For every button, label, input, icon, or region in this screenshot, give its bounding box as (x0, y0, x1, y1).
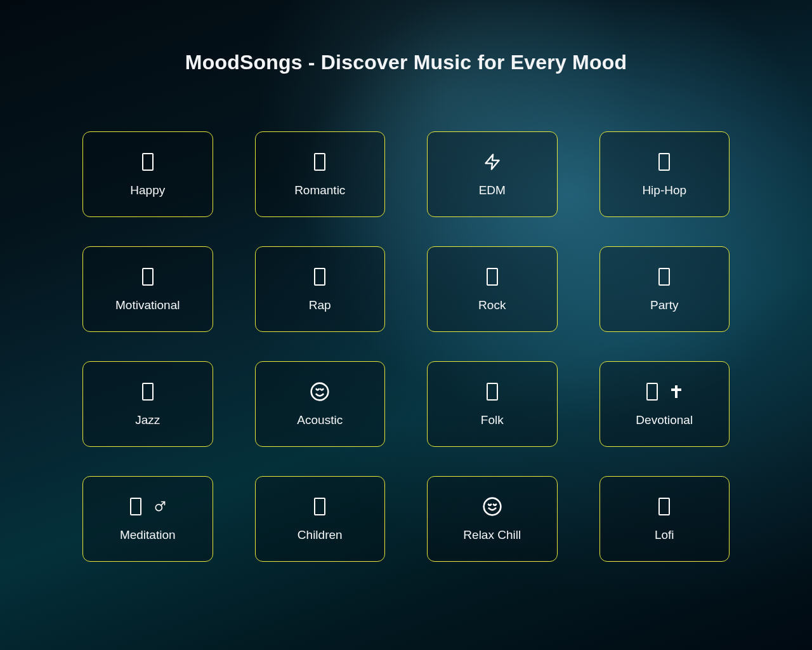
mood-card-devotional[interactable]: Devotional (599, 361, 730, 447)
mood-icon-row (138, 381, 158, 402)
glyph-icon (138, 381, 158, 402)
glyph-icon (654, 267, 674, 287)
glyph-icon (310, 152, 330, 172)
mood-icon-row (310, 152, 330, 172)
male-symbol-icon (150, 496, 170, 517)
glyph-icon (654, 496, 674, 517)
mood-label: EDM (479, 183, 506, 197)
mood-icon-row (654, 496, 674, 517)
mood-icon-row (654, 267, 674, 287)
mood-label: Rap (309, 298, 331, 312)
mood-card-children[interactable]: Children (255, 476, 386, 562)
mood-icon-row (310, 496, 330, 517)
mood-icon-row (138, 152, 158, 172)
svg-point-1 (311, 383, 329, 400)
mood-icon-row (310, 267, 330, 287)
glyph-icon (482, 381, 502, 402)
mood-label: Children (298, 528, 343, 542)
svg-marker-0 (485, 154, 499, 169)
svg-line-5 (160, 501, 164, 505)
glyph-icon (310, 267, 330, 287)
smile-icon (310, 381, 330, 402)
mood-card-happy[interactable]: Happy (82, 131, 213, 217)
mood-card-rock[interactable]: Rock (427, 246, 558, 332)
mood-icon-row (482, 152, 502, 172)
mood-card-edm[interactable]: EDM (427, 131, 558, 217)
mood-label: Folk (481, 413, 504, 427)
mood-label: Lofi (655, 528, 674, 542)
mood-card-folk[interactable]: Folk (427, 361, 558, 447)
glyph-icon (138, 267, 158, 287)
lightning-icon (482, 152, 502, 172)
mood-card-acoustic[interactable]: Acoustic (255, 361, 386, 447)
cross-icon (666, 381, 686, 402)
mood-label: Motivational (115, 298, 180, 312)
mood-label: Devotional (636, 413, 693, 427)
glyph-icon (138, 152, 158, 172)
mood-card-jazz[interactable]: Jazz (82, 361, 213, 447)
mood-icon-row (482, 381, 502, 402)
mood-icon-row (138, 267, 158, 287)
calm-smile-icon (482, 496, 502, 517)
glyph-icon (126, 496, 146, 517)
mood-label: Acoustic (297, 413, 343, 427)
mood-icon-row (642, 381, 686, 402)
mood-card-motivational[interactable]: Motivational (82, 246, 213, 332)
glyph-icon (642, 381, 662, 402)
mood-label: Happy (130, 183, 165, 197)
mood-label: Relax Chill (463, 528, 521, 542)
glyph-icon (310, 496, 330, 517)
mood-icon-row (310, 381, 330, 402)
mood-card-hip-hop[interactable]: Hip-Hop (599, 131, 730, 217)
page-title: MoodSongs - Discover Music for Every Moo… (0, 51, 812, 74)
mood-label: Meditation (120, 528, 176, 542)
glyph-icon (482, 267, 502, 287)
mood-grid: HappyRomanticEDMHip-HopMotivationalRapRo… (82, 131, 730, 562)
svg-rect-3 (671, 388, 681, 391)
mood-card-lofi[interactable]: Lofi (599, 476, 730, 562)
mood-label: Hip-Hop (642, 183, 686, 197)
glyph-icon (654, 152, 674, 172)
mood-icon-row (482, 496, 502, 517)
mood-card-romantic[interactable]: Romantic (255, 131, 386, 217)
mood-label: Rock (478, 298, 506, 312)
mood-card-party[interactable]: Party (599, 246, 730, 332)
mood-icon-row (126, 496, 170, 517)
mood-card-meditation[interactable]: Meditation (82, 476, 213, 562)
mood-card-rap[interactable]: Rap (255, 246, 386, 332)
svg-rect-2 (675, 385, 678, 398)
mood-label: Romantic (294, 183, 345, 197)
mood-icon-row (482, 267, 502, 287)
svg-point-6 (483, 498, 501, 515)
mood-icon-row (654, 152, 674, 172)
mood-label: Jazz (135, 413, 160, 427)
mood-card-relax-chill[interactable]: Relax Chill (427, 476, 558, 562)
mood-label: Party (650, 298, 678, 312)
